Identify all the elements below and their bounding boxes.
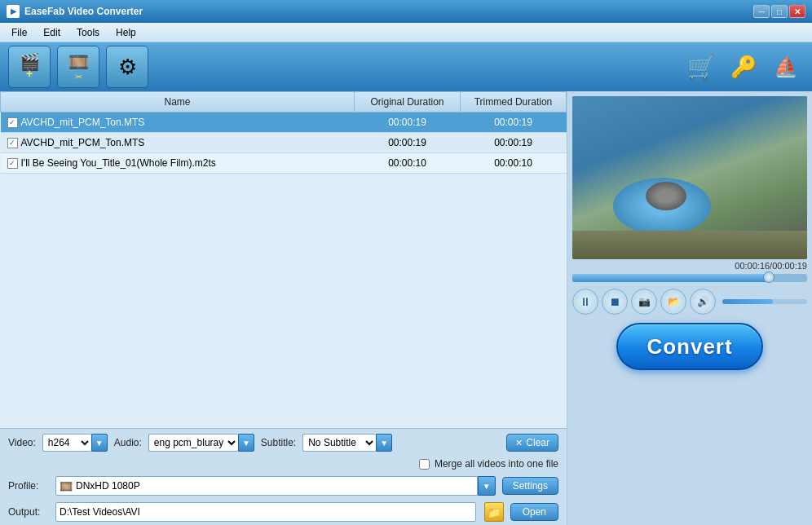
row-trimmed: 00:00:10 [461,153,567,174]
col-name: Name [1,92,355,112]
output-row: Output: D:\Test Videos\AVI 📁 Open [0,499,567,525]
menu-help[interactable]: Help [108,25,144,40]
col-trimmed: Trimmed Duration [461,92,567,112]
settings-button[interactable]: ⚙ [106,46,148,88]
subtitle-select[interactable]: No Subtitle [302,434,376,452]
settings-btn[interactable]: Settings [502,477,558,495]
key-icon: 🔑 [730,55,757,80]
bottom-controls: Video: h264 ▼ Audio: eng pcm_bluray ▼ Su… [0,428,567,525]
gear-icon: ⚙ [118,55,137,80]
video-scene [572,96,807,259]
profile-icon-area: 🎞️ DNxHD 1080P [55,476,478,496]
folder-button[interactable]: 📁 [484,502,504,522]
table-row[interactable]: ✓ I'll Be Seeing You_Title_01(Whole Film… [1,153,567,174]
player-controls: ⏸ ⏹ 📷 📂 🔊 [572,289,807,315]
audio-dropdown-arrow[interactable]: ▼ [238,434,254,452]
output-value: D:\Test Videos\AVI [60,506,140,518]
clear-icon: ✕ [515,438,523,448]
edit-video-button[interactable]: 🎞️ ✂ [57,46,99,88]
toolbar-right: 🛒 🔑 ⛵ [683,49,804,85]
row-trimmed: 00:00:19 [461,112,567,133]
row-original: 00:00:19 [355,133,461,153]
close-button[interactable]: ✕ [789,5,805,18]
row-filename: AVCHD_mit_PCM_Ton.MTS [21,137,145,148]
video-select-group: h264 ▼ [42,434,108,452]
video-label: Video: [8,437,36,448]
av-row: Video: h264 ▼ Audio: eng pcm_bluray ▼ Su… [0,429,567,457]
stop-icon: ⏹ [609,295,620,308]
key-button[interactable]: 🔑 [726,49,761,85]
row-original: 00:00:19 [355,112,461,133]
menu-tools[interactable]: Tools [68,25,108,40]
shop-button[interactable]: 🛒 [683,49,719,85]
video-select[interactable]: h264 [42,434,91,452]
output-label: Output: [8,506,49,518]
volume-slider[interactable] [722,299,807,304]
titlebar: ▶ EaseFab Video Converter ─ □ ✕ [0,0,812,23]
progress-fill [572,274,772,282]
audio-label: Audio: [114,437,142,448]
profile-select-group: 🎞️ DNxHD 1080P ▼ [55,476,496,496]
progress-bar[interactable] [572,274,807,282]
volume-button[interactable]: 🔊 [690,289,716,315]
merge-row: Merge all videos into one file [0,457,567,473]
ground [572,231,807,259]
output-field[interactable]: D:\Test Videos\AVI [55,502,476,522]
maximize-button[interactable]: □ [771,5,788,18]
video-dropdown-arrow[interactable]: ▼ [91,434,108,452]
profile-dropdown-arrow[interactable]: ▼ [478,476,496,496]
profile-row: Profile: 🎞️ DNxHD 1080P ▼ Settings [0,473,567,499]
profile-film-icon: 🎞️ [60,480,73,492]
merge-label: Merge all videos into one file [435,458,558,470]
menubar: File Edit Tools Help [0,23,812,42]
menu-edit[interactable]: Edit [35,25,68,40]
filelist-area: Name Original Duration Trimmed Duration … [0,91,567,525]
open-button[interactable]: Open [510,503,558,521]
open-folder-icon: 📂 [668,296,680,307]
convert-area: Convert [572,315,807,375]
folder-icon: 📁 [488,506,501,518]
file-table-wrapper: Name Original Duration Trimmed Duration … [0,91,567,428]
subtitle-select-group: No Subtitle ▼ [302,434,392,452]
file-table: Name Original Duration Trimmed Duration … [0,91,567,174]
help-button[interactable]: ⛵ [768,49,804,85]
audio-select[interactable]: eng pcm_bluray [148,434,238,452]
pause-icon: ⏸ [580,295,591,308]
time-display: 00:00:16/00:00:19 [572,259,807,272]
video-preview [572,96,807,259]
add-video-button[interactable]: 🎬 + [8,46,51,88]
volume-icon: 🔊 [697,296,709,307]
table-row[interactable]: ✓ AVCHD_mit_PCM_Ton.MTS 00:00:19 00:00:1… [1,133,567,153]
profile-label: Profile: [8,480,49,492]
app-icon: ▶ [7,5,20,18]
subtitle-label: Subtitle: [261,437,296,448]
table-row[interactable]: ✓ AVCHD_mit_PCM_Ton.MTS 00:00:19 00:00:1… [1,112,567,133]
row-checkbox-2[interactable]: ✓ [7,158,18,169]
row-trimmed: 00:00:19 [461,133,567,153]
preview-area: 00:00:16/00:00:19 ⏸ ⏹ 📷 📂 🔊 [567,91,812,525]
row-filename: I'll Be Seeing You_Title_01(Whole Film).… [21,157,216,169]
row-checkbox-0[interactable]: ✓ [7,117,18,128]
row-checkbox-1[interactable]: ✓ [7,138,18,148]
shop-icon: 🛒 [687,54,716,81]
volume-fill [722,299,773,304]
menu-file[interactable]: File [3,25,35,40]
pause-button[interactable]: ⏸ [572,289,598,315]
edit-video-icon: 🎞️ [68,52,89,72]
main-area: Name Original Duration Trimmed Duration … [0,91,812,525]
row-filename: AVCHD_mit_PCM_Ton.MTS [21,117,145,128]
profile-value: DNxHD 1080P [76,480,140,492]
minimize-button[interactable]: ─ [753,5,770,18]
snapshot-button[interactable]: 📷 [631,289,657,315]
col-original: Original Duration [355,92,461,112]
merge-checkbox[interactable] [419,459,430,470]
stop-button[interactable]: ⏹ [602,289,628,315]
folder-open-button[interactable]: 📂 [660,289,686,315]
window-controls: ─ □ ✕ [753,5,805,18]
subtitle-dropdown-arrow[interactable]: ▼ [376,434,392,452]
convert-button[interactable]: Convert [616,323,763,370]
audio-select-group: eng pcm_bluray ▼ [148,434,254,452]
progress-thumb[interactable] [763,271,774,283]
app-title: EaseFab Video Converter [24,6,143,17]
clear-button[interactable]: ✕ Clear [506,434,558,452]
